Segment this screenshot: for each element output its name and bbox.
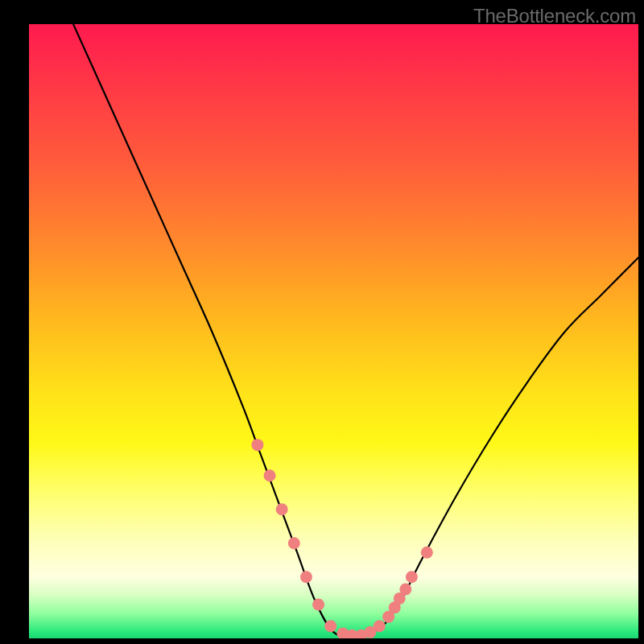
bottleneck-curve (60, 24, 638, 636)
marker-dot (300, 571, 312, 583)
marker-dot (276, 503, 288, 515)
marker-dot (324, 620, 336, 632)
watermark-text: TheBottleneck.com (473, 5, 636, 27)
marker-dot (312, 599, 324, 611)
marker-dot (421, 547, 433, 559)
chart-svg (29, 24, 638, 638)
marker-dot (406, 571, 418, 583)
marker-dot (374, 620, 386, 632)
marker-dots-group (251, 439, 432, 638)
marker-dot (288, 537, 300, 549)
marker-dot (251, 439, 263, 451)
marker-dot (399, 583, 411, 595)
chart-plot-area (29, 24, 638, 638)
marker-dot (264, 469, 276, 481)
